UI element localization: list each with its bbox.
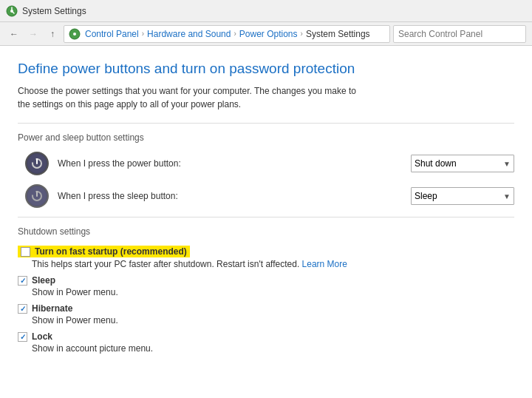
button-settings: When I press the power button: Shut down… — [18, 152, 514, 208]
fast-startup-item: Turn on fast startup (recommended) This … — [18, 246, 514, 269]
hibernate-sublabel: Show in Power menu. — [32, 315, 514, 326]
fast-startup-checkbox[interactable] — [21, 247, 30, 257]
page-description: Choose the power settings that you want … — [18, 84, 358, 111]
power-dropdown-arrow: ▼ — [503, 160, 511, 168]
forward-button[interactable]: → — [25, 26, 41, 42]
power-button-value: Shut down — [415, 158, 457, 169]
svg-point-1 — [10, 10, 13, 13]
hibernate-item: Hibernate Show in Power menu. — [18, 303, 514, 326]
power-button-label: When I press the power button: — [58, 158, 411, 169]
main-content: Define power buttons and turn on passwor… — [0, 46, 532, 398]
sleep-button-row: When I press the sleep button: Sleep ▼ — [25, 184, 514, 208]
sleep-svg-icon — [30, 189, 44, 203]
sleep-sublabel: Show in Power menu. — [32, 287, 514, 297]
sleep-dropdown-arrow: ▼ — [503, 192, 511, 200]
power-sleep-section-label: Power and sleep button settings — [18, 132, 514, 143]
app-icon — [6, 5, 18, 17]
title-bar: System Settings — [0, 0, 532, 22]
power-button-row: When I press the power button: Shut down… — [25, 152, 514, 175]
divider-1 — [18, 123, 514, 124]
fast-startup-label: Turn on fast startup (recommended) — [35, 246, 187, 257]
fast-startup-learn-more[interactable]: Learn More — [302, 259, 347, 269]
lock-item: Lock Show in account picture menu. — [18, 331, 514, 354]
breadcrumb-icon — [69, 28, 81, 40]
up-button[interactable]: ↑ — [44, 26, 61, 42]
breadcrumb-hardware-sound[interactable]: Hardware and Sound — [147, 29, 231, 39]
breadcrumb-system-settings: System Settings — [306, 29, 370, 39]
sleep-label: Sleep — [32, 275, 55, 286]
search-input[interactable] — [393, 25, 526, 43]
lock-sublabel: Show in account picture menu. — [32, 343, 514, 354]
power-button-icon — [25, 152, 49, 175]
power-button-dropdown[interactable]: Shut down ▼ — [411, 155, 514, 172]
hibernate-label: Hibernate — [32, 303, 72, 314]
hibernate-checkbox-row: Hibernate — [18, 303, 514, 314]
shutdown-section-label: Shutdown settings — [18, 226, 514, 237]
lock-checkbox[interactable] — [18, 332, 27, 342]
title-bar-text: System Settings — [22, 6, 86, 16]
sleep-button-label: When I press the sleep button: — [58, 191, 411, 201]
svg-point-3 — [73, 33, 76, 36]
sleep-checkbox[interactable] — [18, 276, 27, 286]
nav-bar: ← → ↑ Control Panel › Hardware and Sound… — [0, 22, 532, 46]
page-title: Define power buttons and turn on passwor… — [18, 61, 514, 77]
sleep-button-value: Sleep — [415, 191, 437, 201]
sleep-checkbox-row: Sleep — [18, 275, 514, 286]
fast-startup-sublabel: This helps start your PC faster after sh… — [32, 259, 514, 269]
content-area: Define power buttons and turn on passwor… — [0, 46, 532, 398]
breadcrumb-control-panel[interactable]: Control Panel — [85, 29, 139, 39]
sleep-button-icon — [25, 184, 49, 208]
lock-checkbox-row: Lock — [18, 331, 514, 342]
lock-label: Lock — [32, 331, 52, 342]
fast-startup-row: Turn on fast startup (recommended) — [18, 246, 514, 257]
shutdown-section: Turn on fast startup (recommended) This … — [18, 246, 514, 354]
back-button[interactable]: ← — [6, 26, 22, 42]
breadcrumb: Control Panel › Hardware and Sound › Pow… — [64, 25, 390, 43]
power-svg-icon — [30, 157, 44, 170]
hibernate-checkbox[interactable] — [18, 304, 27, 314]
divider-2 — [18, 217, 514, 217]
breadcrumb-power-options[interactable]: Power Options — [239, 29, 298, 39]
sleep-button-dropdown[interactable]: Sleep ▼ — [411, 187, 514, 205]
sleep-item: Sleep Show in Power menu. — [18, 275, 514, 297]
